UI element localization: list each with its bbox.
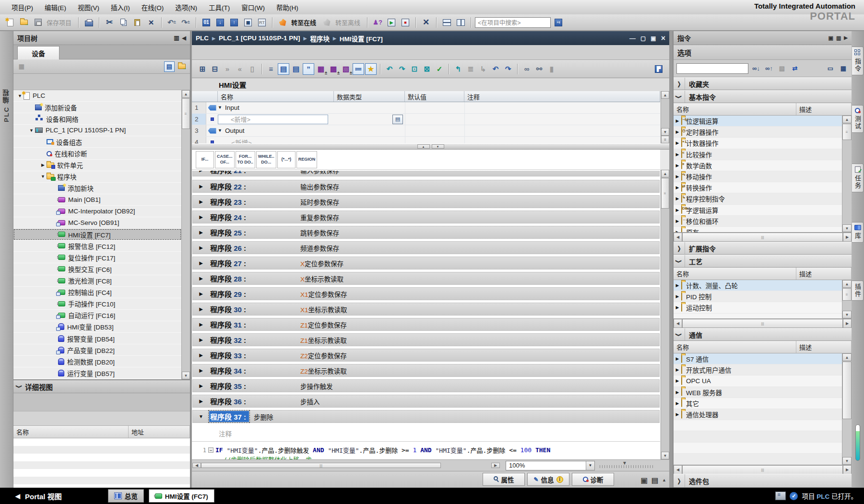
tab-properties[interactable]: 属性	[483, 473, 525, 486]
network-row[interactable]: ▶程序段 33 :Z2定位参数保存	[192, 349, 660, 362]
sidebar-tab-测试[interactable]: 测试	[852, 105, 864, 133]
tree-filter-button[interactable]: ▦	[16, 61, 27, 72]
editor-horizontal-scrollbar[interactable]: ◀ ||| ▶ 100% ▼ ▼	[192, 459, 669, 471]
instruction-group-row[interactable]: ▶↔移位和循环	[674, 216, 842, 227]
tree-item[interactable]: 报警变量 [DB54]	[13, 333, 181, 344]
consistency-button[interactable]: ⊠	[421, 63, 433, 75]
scl-snippet-button[interactable]: (*...*)	[277, 151, 296, 168]
network-structure-button[interactable]: ≡	[265, 63, 277, 75]
tree-item[interactable]: Main [OB1]	[13, 194, 181, 206]
network-expander-icon[interactable]: ▶	[193, 260, 209, 266]
outdent-button[interactable]: «	[234, 63, 246, 75]
tree-item[interactable]: 控制输出 [FC4]	[13, 287, 181, 298]
instruction-expander-icon[interactable]: ▶	[674, 208, 681, 212]
section-expander-icon[interactable]: ▼	[218, 105, 222, 110]
sidebar-tab-库[interactable]: 库	[852, 222, 864, 243]
instruction-group-row[interactable]: ▶⇄转换操作	[674, 182, 842, 193]
comment-cell[interactable]	[464, 125, 660, 136]
scl-code-area[interactable]: 1−IF "HMI变量".产品.步删除触发 AND "HMI变量".产品.步删除…	[192, 442, 660, 459]
tab-diagnostics[interactable]: 诊断	[572, 473, 614, 486]
network-expander-icon[interactable]: ▶	[193, 368, 209, 373]
scroll-left-icon[interactable]: ◀	[192, 463, 201, 468]
print-button[interactable]	[83, 16, 95, 29]
section-favorites[interactable]: ❭收藏夹	[674, 77, 852, 90]
compile-button[interactable]: 01	[200, 16, 213, 29]
menu-item[interactable]: 视图(V)	[72, 0, 105, 14]
monitor-toggle-button[interactable]: ▛	[653, 63, 664, 75]
detail-view-header[interactable]: ❭ 详细视图	[13, 380, 190, 393]
open-project-button[interactable]	[18, 16, 30, 29]
network-expander-icon[interactable]: ▶	[193, 230, 209, 235]
breadcrumb-item[interactable]: PLC_1 [CPU 1510SP-1 PN]	[219, 35, 300, 42]
delete-button[interactable]: ×	[145, 16, 157, 29]
tree-item[interactable]: 换型交互 [FC6]	[13, 263, 181, 275]
network-expander-icon[interactable]: ▶	[193, 184, 209, 189]
expand-export-button[interactable]	[177, 61, 187, 72]
comm-scrollbar[interactable]: ▲ ▼	[842, 353, 852, 465]
editor-splitter[interactable]: ▲ ▼	[192, 143, 669, 150]
sidebar-tab-任务[interactable]: 任务	[852, 164, 864, 192]
runtime-button[interactable]: RT	[256, 16, 268, 29]
tree-item[interactable]: ▼程序块	[13, 171, 181, 183]
tree-item[interactable]: 检测数据 [DB20]	[13, 356, 181, 367]
instruction-group-row[interactable]: ▶其它	[674, 398, 842, 409]
menu-item[interactable]: 工具(T)	[203, 0, 236, 14]
scroll-down-icon[interactable]: ▼	[182, 372, 190, 379]
go-online-button[interactable]	[276, 16, 289, 29]
instruction-group-row[interactable]: ▶通信处理器	[674, 409, 842, 420]
tree-item[interactable]: 运行变量 [DB57]	[13, 367, 181, 379]
insert-network-button[interactable]: ⊞	[197, 63, 208, 75]
scl-snippet-button[interactable]: IF...	[196, 151, 214, 168]
network-expander-icon[interactable]: ▶	[193, 383, 209, 388]
comm-hscrollbar[interactable]: ◀ ||| ▶	[674, 465, 852, 474]
split-horizontal-button[interactable]	[440, 16, 453, 29]
instruction-group-row[interactable]: ▶±数学函数	[674, 160, 842, 171]
network-expander-icon[interactable]: ▶	[193, 291, 209, 296]
keep-result-button[interactable]: ▯	[247, 63, 258, 75]
update-versions-icon[interactable]: ⇄	[790, 63, 800, 74]
project-search-input[interactable]	[475, 17, 551, 28]
instruction-group-row[interactable]: ▶计数、测量、凸轮	[674, 280, 842, 291]
plc-programming-strip-label[interactable]: PLC 编程	[2, 89, 12, 122]
breadcrumb-item[interactable]: 程序块	[310, 34, 330, 43]
scroll-right-icon[interactable]: ▶	[491, 463, 500, 468]
start-cpu-button[interactable]: ▶	[385, 16, 398, 29]
redo-button[interactable]: ↷±	[179, 16, 192, 29]
update-block-calls-button[interactable]: ⊡	[409, 63, 420, 75]
tree-item[interactable]: 添加新块	[13, 183, 181, 194]
find-next-icon[interactable]: ∞↓	[751, 63, 761, 74]
network-row[interactable]: ▶程序段 27 :X定位参数保存	[192, 257, 660, 270]
cross-reference-button[interactable]: ✕	[420, 16, 432, 29]
go-online-label[interactable]: 转至在线	[291, 18, 316, 27]
menu-item[interactable]: 窗口(W)	[236, 0, 271, 14]
instruction-expander-icon[interactable]: ▶	[674, 378, 681, 383]
jug-button[interactable]: ▮	[546, 63, 557, 75]
collapse-inspector-icon[interactable]: ▲	[662, 477, 666, 484]
menu-item[interactable]: 选项(N)	[169, 0, 203, 14]
instruction-group-row[interactable]: ▶+1计数器操作	[674, 138, 842, 149]
instruction-group-row[interactable]: ▶↳程序控制指令	[674, 193, 842, 204]
instruction-group-row[interactable]: ▶↷移动操作	[674, 171, 842, 182]
breadcrumb-item[interactable]: HMI设置 [FC7]	[340, 34, 383, 43]
instruction-expander-icon[interactable]: ▶	[674, 118, 681, 123]
tree-item[interactable]: 复位操作 [FC17]	[13, 252, 181, 263]
basic-hscrollbar[interactable]: ◀ ||| ▶	[674, 232, 852, 242]
instruction-expander-icon[interactable]: ▶	[674, 283, 681, 288]
scl-snippet-button[interactable]: WHILE..DO...	[256, 151, 276, 168]
network-row[interactable]: ▶程序段 31 :Z1定位参数保存	[192, 318, 660, 331]
instruction-group-row[interactable]: ▶OPC UA	[674, 375, 842, 387]
network-row[interactable]: ▶程序段 23 :延时参数保存	[192, 195, 660, 208]
network-row[interactable]: ▶程序段 28 :X坐标示教读取	[192, 272, 660, 285]
insert-block-button[interactable]: ▦±	[315, 63, 327, 75]
network-expander-icon[interactable]: ▶	[193, 337, 209, 342]
section-basic-instructions[interactable]: ❭基本指令	[674, 90, 852, 103]
insert-region-button[interactable]: ▧±	[340, 63, 352, 75]
find-previous-icon[interactable]: ∞↑	[764, 63, 774, 74]
hscroll-thumb[interactable]: |||	[682, 319, 843, 328]
interface-row[interactable]: 4<新增>	[192, 137, 660, 143]
section-extended-instructions[interactable]: ❭扩展指令	[674, 242, 852, 255]
new-variable-input[interactable]: <新增>	[218, 115, 328, 124]
tree-item[interactable]: HMI设置 [FC7]	[13, 229, 181, 240]
instruction-expander-icon[interactable]: ▶	[674, 174, 681, 179]
interface-row[interactable]: 3▼Output	[192, 125, 660, 137]
